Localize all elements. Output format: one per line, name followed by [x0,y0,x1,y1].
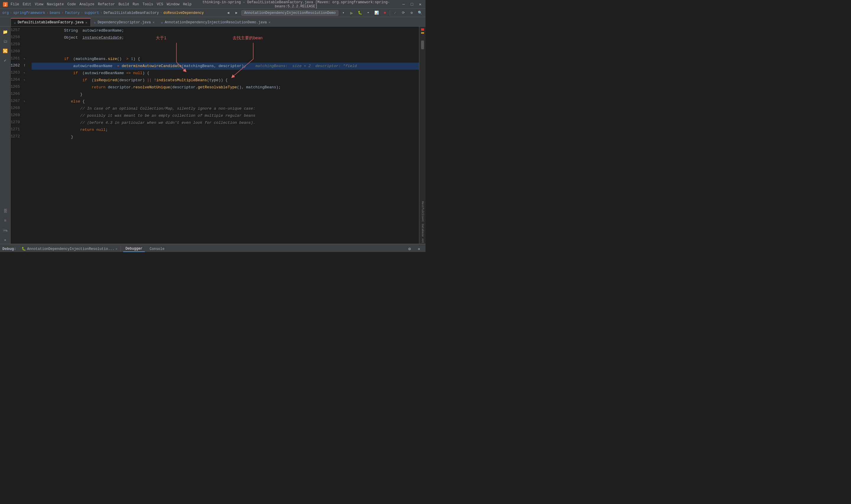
close-button[interactable]: ✕ [417,1,423,7]
code-line-1266: } [32,91,419,98]
menu-analyze[interactable]: Analyze [79,2,94,6]
tab-close-2[interactable]: ✕ [152,20,155,24]
code-line-1264: if (isRequired(descriptor) || !indicates… [32,77,419,84]
run-configuration[interactable]: ◀ ▶ AnnotationDependencyInjectionResolut… [225,10,423,16]
debug-session-close[interactable]: ✕ [115,247,117,251]
menu-navigate[interactable]: Navigate [47,2,64,6]
fold-icon-1261[interactable]: ▾ [23,57,25,60]
breadcrumb-factory[interactable]: factory [65,11,79,15]
sidebar-restful-icon[interactable]: ≡ [1,217,10,225]
debug-settings-button[interactable]: ⚙ [405,246,414,252]
debug-icon: 🐛 [22,247,26,251]
main-layout: 📁 🗂 🔀 ✔ 🗄 ≡ 🐜 ★ 1257 1258 1259 1260 1261… [0,26,426,244]
menu-edit[interactable]: Edit [23,2,31,6]
forward-button[interactable]: ▶ [233,10,240,16]
menu-view[interactable]: View [35,2,43,6]
gutter-1267: ▾ [22,97,32,105]
debug-close-button[interactable]: ✕ [415,246,423,252]
menu-bar[interactable]: File Edit View Navigate Code Analyze Ref… [11,2,192,6]
breadcrumb-springframework[interactable]: springframework [13,11,45,15]
svg-text:J: J [4,3,6,7]
database-label[interactable]: Database [420,223,424,237]
menu-file[interactable]: File [11,2,19,6]
line-numbers: 1257 1258 1259 1260 1261 1262 1263 1264 … [11,26,22,244]
tab-defaultlistablebeanfactory[interactable]: ☕ DefaultListableBeanFactory.java ✕ [11,18,91,26]
menu-tools[interactable]: Tools [143,2,153,6]
debug-tab-console[interactable]: Console [147,246,167,252]
tab-close-1[interactable]: ✕ [85,21,88,24]
fold-icon-1264[interactable]: ▾ [23,78,25,82]
profile-button[interactable]: 📊 [373,10,380,16]
debug-tab-debugger[interactable]: Debugger [123,246,145,252]
breadcrumb-method[interactable]: doResolveDependency [163,11,204,15]
sidebar-vcs-icon[interactable]: 🔀 [1,47,10,55]
error-marker [421,29,424,31]
menu-build[interactable]: Build [119,2,129,6]
menu-window[interactable]: Window [167,2,179,6]
java-file-icon: ☕ [14,21,16,24]
gutter-1258 [22,34,32,41]
code-line-1272: } [32,133,419,141]
gutter-1270 [22,119,32,126]
menu-refactor[interactable]: Refactor [98,2,115,6]
code-line-1267: else { [32,98,419,105]
debug-session-tab[interactable]: 🐛 AnnotationDependencyInjectionResolutio… [19,246,121,252]
scrollbar-track[interactable] [421,35,424,200]
run-config-dropdown[interactable]: ▾ [340,10,347,16]
menu-vcs[interactable]: VCS [157,2,163,6]
menu-help[interactable]: Help [183,2,192,6]
code-line-1258: Object instanceCandidate; [32,34,419,41]
search-everywhere-button[interactable]: 🔍 [417,10,423,16]
gutter: ▾ ! ▾ ▾ ▾ [22,26,32,244]
stop-button[interactable]: ■ [381,10,388,16]
breadcrumb-beans[interactable]: beans [50,11,60,15]
tab-label-1: DefaultListableBeanFactory.java [18,20,84,24]
gutter-1271 [22,126,32,133]
warning-1262: ! [23,64,26,68]
coverage-button[interactable]: ☂ [365,10,372,16]
back-button[interactable]: ◀ [225,10,231,16]
sidebar-ant-icon[interactable]: 🐜 [1,226,10,234]
gutter-1269 [22,112,32,119]
tab-close-3[interactable]: ✕ [269,20,271,24]
debugger-tab-label: Debugger [126,247,143,251]
code-container: 1257 1258 1259 1260 1261 1262 1263 1264 … [11,26,426,244]
ant-label[interactable]: Ant [420,238,424,244]
maximize-button[interactable]: □ [409,1,415,7]
menu-run[interactable]: Run [133,2,139,6]
sidebar-favorites-icon[interactable]: ★ [1,235,10,244]
debug-panel-label: Debug: [2,247,16,251]
debug-hint-1262: matchingBeans: size = 2 descriptor: "fie… [251,64,357,68]
warning-marker [421,32,424,34]
minimize-button[interactable]: ─ [401,1,406,7]
sidebar-database-icon[interactable]: 🗄 [1,207,10,215]
tab-label-3: AnnotationDependencyInjectionResolutionD… [165,20,267,24]
breadcrumb-support[interactable]: support [84,11,99,15]
code-line-1263: if (autowiredBeanName == null) { [32,70,419,77]
fold-icon-1267[interactable]: ▾ [23,99,25,103]
sidebar-structure-icon[interactable]: 🗂 [1,37,10,46]
sidebar-commit-icon[interactable]: ✔ [1,56,10,65]
nav-bar: org › springframework › beans › factory … [0,9,426,17]
tab-annotationdemo[interactable]: ☕ AnnotationDependencyInjectionResolutio… [158,18,274,26]
git-check-button[interactable]: ✓ [392,10,398,16]
debug-session-name: AnnotationDependencyInjectionResolutio..… [27,247,114,251]
settings-button[interactable]: ⚙ [409,10,415,16]
breadcrumb-org[interactable]: org [2,11,9,15]
breadcrumb-class[interactable]: DefaultListableBeanFactory [104,11,159,15]
code-line-1257: String autowiredBeanName; [32,27,419,34]
run-config-name[interactable]: AnnotationDependencyInjectionResolutionD… [241,10,338,16]
menu-code[interactable]: Code [67,2,76,6]
git-commit-button[interactable]: ⟳ [400,10,406,16]
code-line-1268: // In case of an optional Collection/Map… [32,105,419,112]
run-button[interactable]: ▶ [348,10,355,16]
gutter-1259 [22,41,32,48]
restfulclient-label[interactable]: RestfulClient [420,201,424,222]
tab-dependencydescriptor[interactable]: ☕ DependencyDescriptor.java ✕ [91,18,158,26]
tab-label-2: DependencyDescriptor.java [97,20,151,24]
debug-button[interactable]: 🐛 [357,10,363,16]
scrollbar-thumb[interactable] [421,40,424,49]
sidebar-project-icon[interactable]: 📁 [1,28,10,36]
fold-icon-1263[interactable]: ▾ [23,71,25,75]
gutter-1266 [22,90,32,97]
